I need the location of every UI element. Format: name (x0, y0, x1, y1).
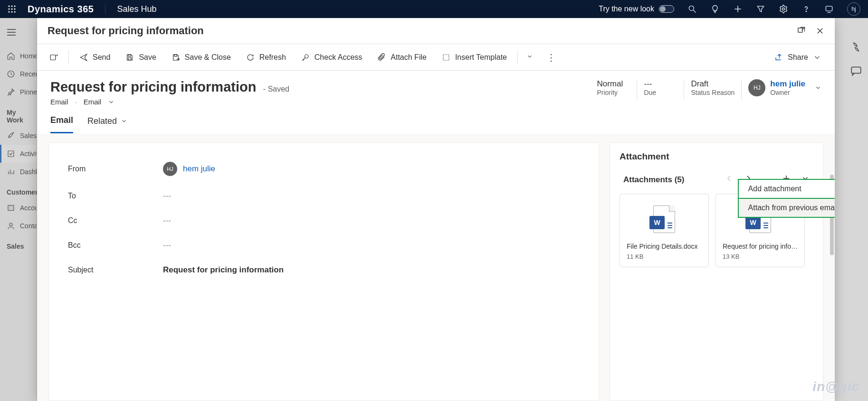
bcc-value[interactable]: --- (163, 241, 171, 250)
to-row[interactable]: To --- (68, 184, 580, 208)
svg-point-42 (305, 55, 308, 58)
menu-attach-previous-label: Attach from previous email (748, 204, 835, 212)
to-label: To (68, 192, 163, 200)
form-tabs: Email Related (37, 108, 835, 134)
status-value: Draft (691, 79, 734, 89)
settings-icon[interactable] (779, 4, 788, 14)
nav-pinned[interactable]: Pinned (0, 83, 37, 101)
more-commands-chevron[interactable] (522, 49, 538, 65)
share-button[interactable]: Share (767, 49, 829, 65)
plus-icon[interactable] (733, 4, 743, 14)
nav-sales-accelerator[interactable]: Sales (0, 127, 37, 145)
svg-point-5 (14, 8, 15, 9)
refresh-button[interactable]: Refresh (239, 49, 293, 65)
nav-activities[interactable]: Activities (0, 145, 37, 163)
from-value[interactable]: HJ hem julie (163, 162, 215, 176)
go-back-button[interactable] (43, 49, 65, 65)
nav-label: Home (20, 52, 37, 60)
site-nav: Home Recent Pinned My Work Sales Activit… (0, 18, 37, 401)
copilot-icon[interactable] (850, 41, 862, 53)
from-row[interactable]: From HJ hem julie (68, 154, 580, 184)
attachment-name: File Pricing Details.docx (627, 242, 702, 250)
cc-row[interactable]: Cc --- (68, 208, 580, 233)
check-access-button[interactable]: Check Access (295, 49, 369, 65)
svg-point-2 (14, 5, 15, 7)
tab-related[interactable]: Related (87, 112, 127, 133)
nav-contacts[interactable]: Contacts (0, 217, 37, 235)
status-field[interactable]: Draft Status Reason (691, 79, 734, 96)
nav-section-my-work: My Work (0, 101, 37, 127)
save-label: Save (139, 53, 156, 62)
due-field[interactable]: --- Due (644, 79, 677, 96)
tab-email[interactable]: Email (50, 112, 73, 133)
to-value[interactable]: --- (163, 191, 171, 201)
subject-row[interactable]: Subject Request for pricing information (68, 258, 580, 282)
app-name[interactable]: Sales Hub (117, 4, 156, 14)
chevron-down-icon[interactable] (815, 84, 821, 91)
priority-field[interactable]: Normal Priority (597, 79, 630, 96)
svg-point-6 (8, 11, 10, 12)
attachment-size: 13 KB (723, 253, 739, 260)
due-value: --- (644, 79, 677, 89)
overflow-button[interactable]: ⋮ (542, 50, 562, 65)
send-button[interactable]: Send (73, 49, 117, 65)
svg-point-4 (11, 8, 12, 9)
app-launcher-icon[interactable] (8, 5, 16, 13)
chat-icon[interactable] (850, 65, 862, 77)
nav-recent[interactable]: Recent (0, 65, 37, 83)
filter-icon[interactable] (756, 4, 765, 14)
nav-home[interactable]: Home (0, 47, 37, 65)
command-bar: Send Save Save & Close Refresh Check Acc… (37, 44, 835, 71)
saved-indicator: - Saved (263, 85, 289, 93)
user-avatar[interactable]: hj (847, 2, 860, 16)
priority-label: Priority (597, 89, 630, 96)
watermark: in@gic (812, 379, 859, 394)
brand-label: Dynamics 365 (28, 4, 94, 15)
search-icon[interactable] (687, 4, 697, 14)
attach-file-button[interactable]: Attach File (371, 49, 433, 65)
dialog-header: Request for pricing information (37, 18, 835, 44)
help-icon[interactable] (801, 4, 811, 14)
svg-point-1 (11, 5, 12, 7)
svg-point-9 (689, 6, 694, 10)
close-icon[interactable] (816, 27, 824, 35)
insert-template-label: Insert Template (455, 53, 507, 62)
svg-rect-26 (8, 205, 14, 211)
assistant-icon[interactable] (824, 4, 834, 14)
nav-label: Contacts (20, 222, 37, 230)
nav-label: Accounts (20, 204, 37, 212)
svg-rect-21 (8, 151, 14, 157)
svg-rect-43 (443, 55, 449, 60)
attachment-card[interactable]: W File Pricing Details.docx 11 KB (620, 194, 709, 267)
form-selector[interactable]: Email (84, 98, 102, 106)
svg-point-14 (806, 11, 806, 11)
popout-icon[interactable] (797, 27, 805, 35)
menu-attach-previous-email[interactable]: Attach from previous email ⌖ (738, 198, 835, 218)
attachment-size: 11 KB (627, 253, 643, 260)
nav-dashboards[interactable]: Dashboards (0, 163, 37, 181)
toggle-off-icon[interactable] (659, 5, 674, 13)
record-header: Request for pricing information - Saved … (37, 71, 835, 108)
nav-section-customers: Customers (0, 181, 37, 199)
lightbulb-icon[interactable] (710, 4, 720, 14)
from-name: hem julie (183, 164, 215, 174)
chevron-down-icon[interactable] (108, 99, 114, 105)
subject-value[interactable]: Request for pricing information (163, 265, 284, 275)
separator (741, 79, 742, 100)
nav-accounts[interactable]: Accounts (0, 199, 37, 217)
menu-toggle[interactable] (0, 24, 37, 42)
insert-template-button[interactable]: Insert Template (435, 49, 514, 65)
from-avatar: HJ (163, 162, 177, 176)
save-close-button[interactable]: Save & Close (165, 49, 238, 65)
chevron-down-icon (121, 118, 127, 124)
owner-field[interactable]: HJ hem julie Owner (748, 79, 821, 96)
separator (517, 50, 518, 65)
from-label: From (68, 165, 163, 173)
cc-value[interactable]: --- (163, 216, 171, 225)
try-new-look-toggle[interactable]: Try the new look (599, 5, 674, 13)
menu-add-attachment[interactable]: Add attachment (738, 179, 835, 199)
attachments-section-title: Attachment (620, 151, 813, 162)
save-button[interactable]: Save (119, 49, 162, 65)
bcc-row[interactable]: Bcc --- (68, 233, 580, 258)
form-body: From HJ hem julie To --- Cc --- Bcc --- … (37, 134, 835, 401)
